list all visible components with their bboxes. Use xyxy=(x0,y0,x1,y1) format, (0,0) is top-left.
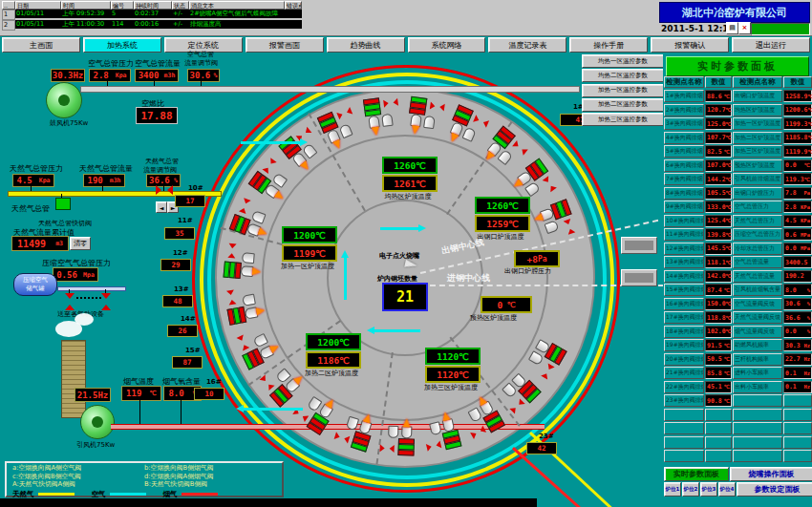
panel-point-value: 1200.6℃ xyxy=(783,104,812,116)
valve-tag-value: 48 xyxy=(162,295,193,307)
burner-flame-icon xyxy=(371,127,379,137)
zone-setpoint-display: 1260℃ xyxy=(382,157,438,174)
legend-media-line xyxy=(182,493,218,496)
alarm-cell[interactable]: 2#烧嘴A侧空气侧后气蝶阀故障 xyxy=(189,10,285,18)
menu-button-1[interactable]: 主画面 xyxy=(2,37,80,53)
menu-button-7[interactable]: 温度记录表 xyxy=(488,37,566,53)
alarm-cell[interactable]: 排烟温度高 xyxy=(189,20,285,29)
zone-param-button-3[interactable]: 加热一区温控参数 xyxy=(582,84,664,97)
alarm-cell[interactable]: +/- xyxy=(172,10,189,18)
panel-row: 8#换向阀排烟温度105.5℃出钢口炉膛压力7.8Pa xyxy=(664,187,812,200)
panel-point-value: 102.0℃ xyxy=(705,326,732,338)
alarm-strip: ..日期时间编号持续时间状态消息文本错误点101/05/11上午 09:52:3… xyxy=(0,0,812,36)
panel-row: 13#换向阀排烟温度118.1℃空气总管流量3400.5 xyxy=(664,256,812,268)
panel-point-name xyxy=(664,422,704,434)
panel-point-name: 出料小车频率 xyxy=(733,381,782,393)
panel-point-value: 133.0℃ xyxy=(705,201,732,213)
alarm-column-header: 错误点 xyxy=(285,1,302,10)
furnace-pos-button-1[interactable]: 炉位1 xyxy=(664,482,681,496)
panel-point-value: 107.0℃ xyxy=(705,159,732,172)
burner-panel-button[interactable]: 烧嘴操作面板 xyxy=(730,467,812,481)
realtime-panel-button[interactable]: 实时参数面板 xyxy=(664,467,729,481)
param-setting-button[interactable]: 参数设定面板 xyxy=(737,482,812,496)
panel-column-header: 数值 xyxy=(705,76,732,88)
alarm-cell[interactable]: 5 xyxy=(111,10,134,18)
furnace-pos-button-3[interactable]: 炉位3 xyxy=(700,482,717,496)
zone-param-button-5[interactable]: 加热三区温控参数 xyxy=(582,113,664,126)
panel-point-name: 加热三区炉顶温度 xyxy=(733,145,782,158)
panel-point-value: 120.7℃ xyxy=(705,104,732,116)
alarm-cell[interactable] xyxy=(285,20,302,29)
panel-point-value: 7.8Pa xyxy=(783,187,812,200)
alarm-bell-icon[interactable]: ▤ xyxy=(726,22,738,34)
alarm-cell[interactable]: 114 xyxy=(111,20,134,29)
alarm-cell[interactable]: 01/05/11 xyxy=(15,20,61,29)
alarm-cell[interactable]: 上午 11:00:30 xyxy=(61,20,111,29)
burner-group-17 xyxy=(379,422,415,455)
panel-point-name: 4#换向阀排烟温度 xyxy=(664,132,704,144)
igniter-label: 电子点火烧嘴 xyxy=(379,251,419,261)
burner-shutoff-valve-icon xyxy=(266,382,274,391)
alarm-cell[interactable]: 0:02:37 xyxy=(134,10,172,18)
burner-group-6 xyxy=(363,95,401,132)
panel-point-name: 3#换向阀排烟温度 xyxy=(664,117,704,130)
panel-row: 2#换向阀排烟温度120.7℃均热区炉顶温度1200.6℃ xyxy=(664,104,812,116)
menu-button-4[interactable]: 报警画面 xyxy=(246,37,324,53)
menu-button-10[interactable]: 退出运行 xyxy=(732,37,810,53)
air-main-pipe xyxy=(80,86,580,93)
zone-param-button-4[interactable]: 加热二区温控参数 xyxy=(582,98,664,112)
burner-nozzle-icon xyxy=(345,416,358,432)
alarm-cell[interactable]: 0:00:16 xyxy=(134,20,172,29)
alarm-cell[interactable]: 上午 09:52:39 xyxy=(61,10,111,18)
panel-point-value: 8.0% xyxy=(783,284,812,296)
alarm-cell[interactable]: 2 xyxy=(2,20,15,31)
panel-row: 6#换向阀排烟温度107.0℃预热区炉顶温度0.0℃ xyxy=(664,159,812,172)
gas-total-clear-button[interactable]: 清零 xyxy=(70,237,91,250)
panel-empty-cell xyxy=(783,436,812,449)
alarm-table[interactable]: ..日期时间编号持续时间状态消息文本错误点101/05/11上午 09:52:3… xyxy=(2,1,302,31)
burner-valve-icon xyxy=(398,444,415,451)
menu-button-9[interactable]: 报警确认 xyxy=(651,37,729,53)
charge-centerline-label: 进钢中心线 xyxy=(447,272,490,285)
burner-nozzle-icon xyxy=(423,116,436,129)
burner-group-12 xyxy=(224,285,262,326)
panel-point-name: 空气总管压力 xyxy=(733,201,782,213)
furnace-pos-button-2[interactable]: 炉位2 xyxy=(682,482,699,496)
air-valve-tap xyxy=(201,80,202,86)
valve-tag-value: 17 xyxy=(175,195,205,207)
panel-row: 16#换向阀排烟温度150.0℃空气流量阀反馈30.6% xyxy=(664,298,812,310)
panel-point-name: 三杆机构频率 xyxy=(733,353,782,366)
panel-point-name: 加热二区炉顶温度 xyxy=(733,132,782,144)
alarm-cell[interactable]: 01/05/11 xyxy=(15,10,61,18)
alarm-mute-icon[interactable]: × xyxy=(738,22,751,34)
preheat-zone-label: 预热区炉顶温度 xyxy=(470,313,517,323)
alarm-cell[interactable]: +/- xyxy=(172,20,189,29)
legend-row: a:空烟换向阀A侧空气阀b:空烟换向阀B侧烟气阀 xyxy=(12,464,276,473)
menu-button-2[interactable]: 加热系统 xyxy=(83,37,161,53)
panel-point-value: 0.6MPa xyxy=(783,228,812,241)
furnace-pos-button-4[interactable]: 炉位4 xyxy=(718,482,736,496)
panel-point-value: 0.1Hz xyxy=(783,381,812,393)
air-valve-display: 30.6% xyxy=(187,69,220,82)
burner-nozzle-icon xyxy=(339,123,353,138)
panel-row xyxy=(664,450,812,462)
zone-param-button-2[interactable]: 均热二区温控参数 xyxy=(582,69,664,82)
panel-empty-cell xyxy=(783,450,812,462)
zone-param-button-1[interactable]: 均热一区温控参数 xyxy=(582,54,664,68)
panel-point-name: 7#换向阀排烟温度 xyxy=(664,173,704,185)
alarm-cell[interactable] xyxy=(285,10,302,18)
gas-side-a-button[interactable]: ◄ xyxy=(156,201,167,213)
gas-quick-cut-valve[interactable] xyxy=(55,198,71,210)
burner-shutoff-valve-icon xyxy=(516,398,524,407)
panel-row xyxy=(664,409,812,421)
alarm-cell[interactable]: 1 xyxy=(2,10,15,20)
menu-button-5[interactable]: 趋势曲线 xyxy=(327,37,405,53)
menu-button-8[interactable]: 操作手册 xyxy=(569,37,648,53)
burner-nozzle-icon xyxy=(524,180,541,197)
panel-point-name: 21#换向阀排烟温度 xyxy=(664,367,704,379)
billet-count-display: 21 xyxy=(382,283,428,311)
panel-point-name: 进料小车频率 xyxy=(733,367,782,379)
panel-point-value: 119.3℃ xyxy=(783,173,812,185)
menu-button-6[interactable]: 系统网络 xyxy=(408,37,486,53)
valve-tag-value: 87 xyxy=(172,356,203,369)
